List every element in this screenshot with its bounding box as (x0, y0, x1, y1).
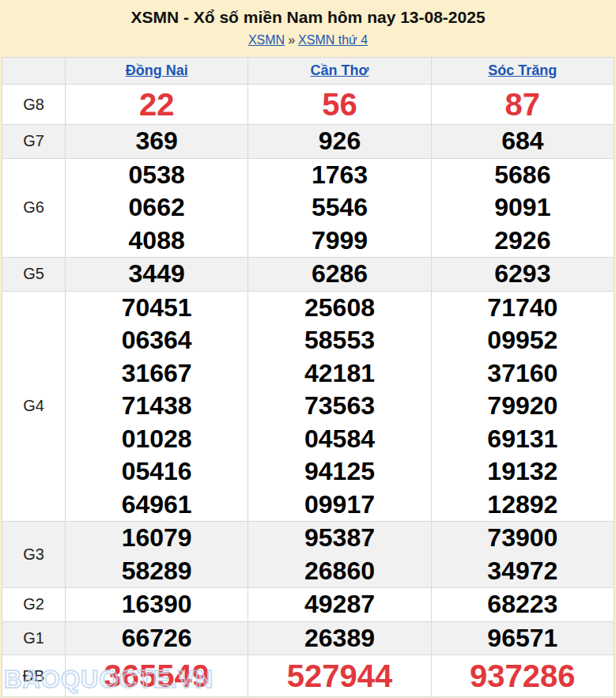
result-number: 66726 (66, 622, 248, 655)
prize-row-đb: ĐB365549527944937286 (2, 655, 614, 697)
header: XSMN - Xổ số miền Nam hôm nay 13-08-2025… (0, 0, 616, 48)
result-number: 95387 (248, 522, 430, 555)
result-number: 79920 (432, 390, 614, 423)
result-cell: 3449 (66, 258, 248, 292)
result-number: 56 (248, 85, 430, 124)
results-table: Đồng Nai Cần Thơ Sóc Trăng G8225687G7369… (2, 57, 614, 697)
result-cell: 49287 (248, 588, 431, 622)
result-number: 05416 (66, 455, 248, 489)
result-cell: 9538726860 (248, 522, 431, 588)
province-link-soc-trang[interactable]: Sóc Trăng (488, 62, 557, 78)
page-title: XSMN - Xổ số miền Nam hôm nay 13-08-2025 (0, 7, 616, 28)
result-cell: 71740099523716079920691311913212892 (431, 291, 614, 522)
breadcrumb: XSMN»XSMN thứ 4 (0, 32, 616, 48)
result-number: 12892 (432, 489, 614, 522)
prize-label: G8 (2, 85, 66, 125)
prize-row-g4: G470451063643166771438010280541664961256… (2, 291, 614, 522)
prize-label: G6 (2, 158, 66, 258)
prize-label: G1 (2, 621, 66, 655)
result-cell: 937286 (431, 655, 614, 697)
result-cell: 684 (431, 125, 614, 159)
column-header-can-tho: Cần Thơ (248, 58, 431, 85)
prize-label: G2 (2, 588, 66, 622)
result-number: 71740 (432, 292, 614, 325)
result-cell: 365549 (66, 655, 248, 697)
result-cell: 96571 (431, 621, 614, 655)
breadcrumb-separator: » (285, 33, 298, 47)
result-number: 49287 (248, 588, 430, 621)
result-number: 64961 (66, 489, 248, 522)
result-cell: 926 (248, 125, 431, 159)
result-number: 34972 (432, 555, 614, 588)
result-cell: 7390034972 (431, 522, 614, 588)
result-number: 09917 (248, 489, 430, 522)
result-number: 9091 (432, 191, 614, 224)
result-number: 0662 (66, 191, 248, 224)
prize-row-g5: G5344962866293 (2, 258, 614, 292)
result-cell: 26389 (248, 621, 431, 655)
result-number: 4088 (66, 224, 248, 258)
prize-row-g1: G1667262638996571 (2, 621, 614, 655)
result-number: 5686 (432, 159, 614, 192)
result-cell: 16390 (66, 588, 248, 622)
prize-row-g7: G7369926684 (2, 125, 614, 159)
result-cell: 568690912926 (431, 158, 614, 258)
result-cell: 22 (66, 85, 248, 125)
province-link-dong-nai[interactable]: Đồng Nai (126, 62, 188, 78)
result-cell: 176355467999 (248, 158, 431, 258)
result-number: 25608 (248, 292, 430, 325)
result-number: 87 (432, 85, 614, 124)
result-number: 58553 (248, 324, 430, 357)
result-number: 94125 (248, 455, 430, 489)
result-cell: 56 (248, 85, 431, 125)
result-number: 01028 (66, 423, 248, 456)
result-number: 5546 (248, 191, 430, 224)
result-number: 22 (66, 85, 248, 124)
breadcrumb-link-xsmn[interactable]: XSMN (248, 33, 285, 47)
result-cell: 68223 (431, 588, 614, 622)
result-number: 58289 (66, 555, 248, 588)
result-number: 73900 (432, 522, 614, 555)
result-cell: 6286 (248, 258, 431, 292)
result-number: 68223 (432, 588, 614, 621)
result-cell: 527944 (248, 655, 431, 697)
prize-row-g3: G3160795828995387268607390034972 (2, 522, 614, 588)
result-number: 6286 (248, 258, 430, 291)
result-number: 937286 (432, 655, 614, 696)
result-number: 684 (432, 125, 614, 158)
result-number: 7999 (248, 224, 430, 258)
result-number: 16390 (66, 588, 248, 621)
prize-label: G3 (2, 522, 66, 588)
prize-label: ĐB (2, 655, 66, 697)
result-number: 16079 (66, 522, 248, 555)
prize-label: G7 (2, 125, 66, 159)
result-cell: 6293 (431, 258, 614, 292)
result-cell: 70451063643166771438010280541664961 (66, 291, 248, 522)
prize-label: G4 (2, 291, 66, 522)
breadcrumb-link-xsmn-thu4[interactable]: XSMN thứ 4 (298, 33, 368, 47)
prize-label: G5 (2, 258, 66, 292)
prize-row-g6: G6053806624088176355467999568690912926 (2, 158, 614, 258)
prize-row-g2: G2163904928768223 (2, 588, 614, 622)
result-number: 369 (66, 125, 248, 158)
result-number: 926 (248, 125, 430, 158)
result-number: 06364 (66, 324, 248, 357)
column-header-soc-trang: Sóc Trăng (431, 58, 614, 85)
result-number: 42181 (248, 357, 430, 391)
result-number: 26389 (248, 622, 430, 655)
result-number: 69131 (432, 423, 614, 456)
page: XSMN - Xổ số miền Nam hôm nay 13-08-2025… (0, 0, 616, 698)
result-number: 2926 (432, 224, 614, 258)
column-header-dong-nai: Đồng Nai (66, 58, 248, 85)
result-number: 1763 (248, 159, 430, 192)
province-link-can-tho[interactable]: Cần Thơ (311, 62, 369, 78)
result-cell: 369 (66, 125, 248, 159)
result-number: 96571 (432, 622, 614, 655)
corner-cell (2, 58, 66, 85)
result-number: 70451 (66, 292, 248, 325)
result-number: 3449 (66, 258, 248, 291)
result-number: 6293 (432, 258, 614, 291)
result-number: 527944 (248, 655, 430, 696)
result-number: 09952 (432, 324, 614, 357)
result-number: 365549 (66, 655, 248, 696)
